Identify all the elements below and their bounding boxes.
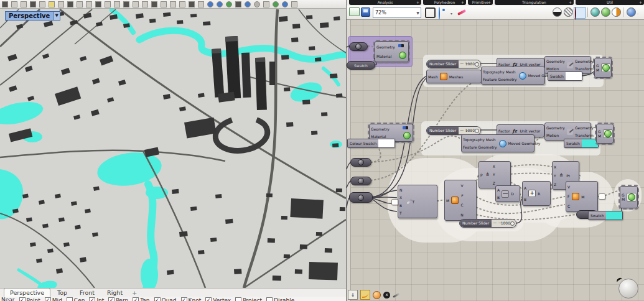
swatch-node[interactable]: Swatch	[548, 72, 582, 81]
selected-display-mode-box[interactable]	[574, 7, 586, 19]
hide-icon[interactable]: x	[383, 292, 390, 299]
toolbar-icon[interactable]	[67, 1, 73, 7]
orange-sphere-icon[interactable]	[612, 7, 621, 17]
osnap-int[interactable]: ✓Int	[89, 297, 104, 301]
ribbon-group-primitive[interactable]: Primitive+	[468, 0, 493, 5]
checkbox-int[interactable]: ✓	[89, 297, 95, 301]
open-file-icon[interactable]	[349, 7, 360, 16]
save-icon[interactable]	[361, 7, 370, 17]
combo-arrow-icon[interactable]: ▼	[415, 11, 421, 15]
param-capsule[interactable]	[350, 177, 371, 185]
toolbar-icon[interactable]	[217, 1, 223, 7]
checkbox-disable[interactable]	[266, 297, 273, 301]
construct-mesh-component[interactable]: V F C M	[566, 181, 598, 212]
ribbon-group-triangulation[interactable]: Triangulation+	[495, 0, 574, 5]
toolbar-icon[interactable]	[207, 1, 213, 7]
grasshopper-canvas[interactable]: Geometry Material Swatch Number Slider 1…	[347, 20, 644, 301]
tab-add-button[interactable]: +	[129, 289, 139, 297]
warning-tag[interactable]	[391, 199, 398, 205]
blue-dropdown-icon[interactable]: ‑	[637, 11, 638, 16]
slider-grip[interactable]	[475, 129, 479, 133]
toolbar-icon[interactable]	[245, 1, 251, 7]
topography-cluster-component[interactable]: Topography Mesh Feature Geometry Moved G…	[481, 67, 545, 85]
osnap-cen[interactable]: Cen	[67, 297, 85, 301]
checkbox-perp[interactable]: ✓	[108, 297, 114, 301]
checkbox-point[interactable]: ✓	[19, 297, 26, 301]
slider-track[interactable]: 1000	[492, 220, 516, 227]
fancy-wires-icon[interactable]	[360, 290, 370, 300]
viewport-menu-arrow-icon[interactable]: ▼	[54, 11, 60, 21]
checkbox-quad[interactable]: ✓	[154, 297, 161, 301]
toolbar-icon[interactable]	[161, 1, 167, 7]
warning-tag[interactable]	[599, 193, 605, 200]
group-expand-icon[interactable]: +	[569, 0, 572, 5]
toolbar-icon[interactable]	[151, 1, 157, 7]
toolbar-icon[interactable]	[11, 1, 17, 7]
toolbar-icon[interactable]	[235, 1, 241, 7]
move-component[interactable]: Geometry Motion Geometry Transform	[544, 123, 591, 141]
param-capsule[interactable]	[349, 192, 373, 203]
swatch-capsule[interactable]: Swatch	[347, 61, 375, 70]
swatch-node[interactable]: Swatch	[588, 211, 623, 220]
number-slider[interactable]: Number Slider 1000	[426, 126, 481, 135]
osnap-knot[interactable]: ✓Knot	[181, 297, 202, 301]
wireframe-preview-icon[interactable]	[553, 7, 562, 17]
toolbar-icon[interactable]	[179, 1, 185, 7]
toolbar-icon[interactable]	[95, 1, 101, 7]
toolbar-icon[interactable]	[114, 1, 120, 7]
green-sphere-icon[interactable]	[601, 7, 610, 17]
toolbar-icon[interactable]	[263, 1, 269, 7]
toolbar-icon[interactable]	[170, 1, 176, 7]
blue-sphere-icon[interactable]	[627, 7, 636, 17]
addition-component[interactable]: A B + R	[522, 181, 551, 206]
rhino-viewport[interactable]: Perspective ▼	[0, 8, 346, 289]
custom-preview-small[interactable]: GM	[620, 186, 638, 208]
checkbox-project[interactable]	[235, 297, 241, 301]
viewport-title-text[interactable]: Perspective	[5, 11, 54, 21]
toolbar-icon[interactable]	[2, 1, 8, 7]
tab-perspective[interactable]: Perspective	[4, 288, 50, 297]
deconstruct-point-component[interactable]: P ⋔ X Y Z	[478, 161, 511, 188]
tab-top[interactable]: Top	[52, 289, 73, 297]
osnap-disable[interactable]: Disable	[266, 297, 294, 301]
zoom-extents-icon[interactable]	[425, 7, 436, 18]
group-expand-icon[interactable]: +	[639, 0, 642, 5]
custom-preview-component[interactable]: Geometry Material	[375, 41, 409, 62]
toolbar-icon[interactable]	[21, 1, 27, 7]
group-expand-icon[interactable]: +	[416, 0, 419, 5]
toolbar-icon[interactable]	[133, 1, 139, 7]
checkbox-mid[interactable]: ✓	[45, 297, 51, 301]
shaded-preview-icon[interactable]	[564, 7, 573, 17]
osnap-tan[interactable]: ✓Tan	[133, 297, 149, 301]
tab-right[interactable]: Right	[101, 289, 128, 297]
preview-eye-icon[interactable]	[439, 7, 440, 20]
osnap-perp[interactable]: ✓Perp	[108, 297, 128, 301]
swatch-color-box[interactable]	[378, 139, 394, 147]
viewport-title[interactable]: Perspective ▼	[5, 11, 60, 21]
toolbar-icon[interactable]	[189, 1, 195, 7]
red-gem-icon[interactable]	[575, 7, 576, 20]
group-expand-icon[interactable]: +	[461, 0, 464, 5]
teal-gem-icon[interactable]	[590, 7, 600, 17]
swatch-color-box[interactable]	[606, 211, 622, 220]
mesh-join-component[interactable]: Mesh Meshes	[426, 70, 482, 83]
canvas-compass-widget[interactable]	[618, 279, 638, 299]
osnap-point[interactable]: ✓Point	[19, 297, 40, 301]
param-capsule[interactable]	[350, 158, 371, 167]
toolbar-icon[interactable]	[198, 1, 204, 7]
swatch-color-box[interactable]	[582, 139, 598, 147]
toolbar-icon[interactable]	[123, 1, 129, 7]
group-expand-icon[interactable]: +	[488, 0, 491, 5]
toolbar-icon[interactable]	[105, 1, 111, 7]
swatch-node[interactable]: Swatch	[564, 139, 599, 148]
toolbar-icon[interactable]	[58, 1, 64, 7]
pen-widget-icon[interactable]	[393, 292, 401, 297]
toolbar-icon[interactable]	[142, 1, 148, 7]
osnap-project[interactable]: Project	[235, 297, 262, 301]
toolbar-icon[interactable]	[282, 1, 288, 7]
toolbar-icon[interactable]	[30, 1, 36, 7]
sketch-pen-icon[interactable]	[457, 9, 466, 16]
checkbox-tan[interactable]: ✓	[133, 297, 139, 301]
toolbar-icon[interactable]	[39, 1, 45, 7]
toolbar-icon[interactable]	[254, 1, 260, 7]
